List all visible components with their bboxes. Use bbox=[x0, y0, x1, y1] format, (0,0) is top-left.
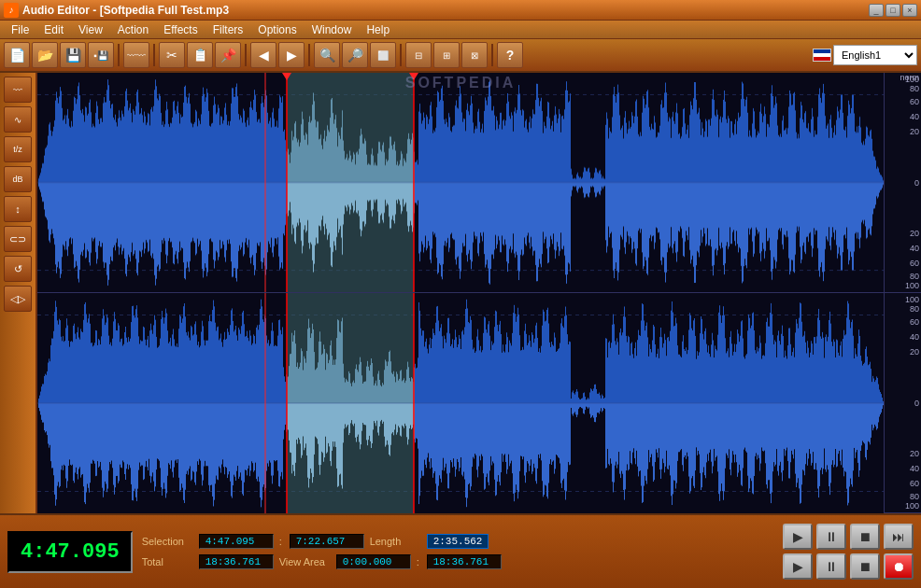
scale-40bb: 40 bbox=[910, 464, 919, 473]
scale-0t: 0 bbox=[914, 178, 919, 188]
toolbar-paste[interactable]: 📌 bbox=[215, 42, 241, 68]
length-label: Length bbox=[370, 536, 421, 547]
scale-60t: 60 bbox=[910, 97, 919, 106]
tool-speaker[interactable]: ◁▷ bbox=[4, 286, 32, 312]
scale-80bb: 80 bbox=[910, 492, 919, 501]
left-toolbar: 〰 ∿ t/z dB ↕ ⊂⊃ ↺ ◁▷ bbox=[0, 73, 37, 513]
tool-waveform-smooth[interactable]: ∿ bbox=[4, 106, 32, 133]
tool-waveform-text[interactable]: t/z bbox=[4, 136, 32, 162]
selection-start: 4:47.095 bbox=[199, 534, 274, 549]
menu-options[interactable]: Options bbox=[250, 21, 304, 38]
tool-arrows[interactable]: ↕ bbox=[4, 196, 32, 222]
waveform-canvas-top[interactable] bbox=[37, 73, 884, 292]
scale-100bb: 100 bbox=[905, 501, 919, 511]
language-select[interactable]: English1 bbox=[833, 45, 917, 65]
scale-20tb: 20 bbox=[910, 229, 919, 238]
record-button[interactable]: ⏺ bbox=[884, 553, 914, 580]
right-scale: norm 100 80 60 40 20 0 20 40 60 80 100 1… bbox=[884, 73, 921, 513]
viewarea-label: View Area bbox=[279, 556, 331, 567]
tool-waveform-normal[interactable]: 〰 bbox=[4, 77, 32, 103]
viewarea-end: 18:36.761 bbox=[427, 554, 502, 569]
pause2-button[interactable]: ⏸ bbox=[816, 553, 846, 580]
scale-60tb: 60 bbox=[910, 259, 919, 268]
minimize-button[interactable]: _ bbox=[869, 4, 884, 17]
scale-0b: 0 bbox=[914, 399, 919, 408]
toolbar-save[interactable]: 💾 bbox=[60, 42, 86, 68]
toolbar-open[interactable]: 📂 bbox=[32, 42, 58, 68]
tool-brackets[interactable]: ⊂⊃ bbox=[4, 226, 32, 252]
menu-file[interactable]: File bbox=[4, 21, 36, 38]
colon1: : bbox=[279, 536, 284, 547]
scale-40b: 40 bbox=[910, 332, 919, 342]
title-text: Audio Editor - [Softpedia Full Test.mp3 bbox=[22, 4, 869, 17]
title-bar: ♪ Audio Editor - [Softpedia Full Test.mp… bbox=[0, 0, 921, 21]
selection-label: Selection bbox=[142, 536, 193, 547]
menu-filters[interactable]: Filters bbox=[205, 21, 251, 38]
sep1 bbox=[118, 44, 120, 66]
toolbar-sync3[interactable]: ⊠ bbox=[461, 42, 488, 68]
waveform-canvas-bottom[interactable] bbox=[37, 293, 884, 513]
transport-row2: ▶ ⏸ ⏹ ⏺ bbox=[783, 553, 914, 580]
scale-top: norm 100 80 60 40 20 0 20 40 60 80 100 bbox=[885, 73, 921, 293]
sep4 bbox=[308, 44, 310, 66]
transport-row1: ▶ ⏸ ⏹ ⏭ bbox=[783, 524, 914, 550]
app-icon: ♪ bbox=[4, 3, 19, 18]
toolbar-zoom-rect[interactable]: ⬜ bbox=[370, 42, 396, 68]
language-wrapper: English1 bbox=[813, 45, 917, 65]
end-button[interactable]: ⏭ bbox=[884, 524, 914, 550]
scale-80t: 80 bbox=[910, 84, 919, 93]
scale-80b: 80 bbox=[910, 304, 919, 314]
viewarea-start: 0:00.000 bbox=[336, 554, 411, 569]
maximize-button[interactable]: □ bbox=[886, 4, 900, 17]
scale-20t: 20 bbox=[910, 127, 919, 136]
toolbar-help[interactable]: ? bbox=[497, 42, 523, 68]
scale-40tb: 40 bbox=[910, 244, 919, 253]
scale-100tb: 100 bbox=[905, 281, 919, 290]
toolbar-zoom-out[interactable]: 🔎 bbox=[342, 42, 368, 68]
waveform-area: SOFTPEDIA bbox=[37, 73, 884, 513]
menu-help[interactable]: Help bbox=[359, 21, 397, 38]
play-button[interactable]: ▶ bbox=[783, 524, 813, 550]
play2-button[interactable]: ▶ bbox=[783, 553, 813, 580]
tool-waveform-db[interactable]: dB bbox=[4, 166, 32, 192]
sep2 bbox=[153, 44, 155, 66]
stop-button[interactable]: ⏹ bbox=[850, 524, 880, 550]
tool-rotate[interactable]: ↺ bbox=[4, 256, 32, 282]
colon2: : bbox=[417, 556, 421, 567]
scale-40t: 40 bbox=[910, 112, 919, 121]
sep3 bbox=[245, 44, 247, 66]
menu-edit[interactable]: Edit bbox=[36, 21, 71, 38]
scale-100t: 100 bbox=[905, 75, 919, 84]
close-button[interactable]: × bbox=[902, 4, 917, 17]
scale-100b: 100 bbox=[905, 295, 919, 304]
length-value: 2:35.562 bbox=[427, 534, 489, 549]
scale-60b: 60 bbox=[910, 317, 919, 327]
flag-icon bbox=[813, 49, 831, 62]
toolbar-forward[interactable]: ▶ bbox=[278, 42, 305, 68]
menu-view[interactable]: View bbox=[71, 21, 110, 38]
toolbar-copy[interactable]: 📋 bbox=[187, 42, 213, 68]
toolbar-sync1[interactable]: ⊟ bbox=[405, 42, 432, 68]
main-content: 〰 ∿ t/z dB ↕ ⊂⊃ ↺ ◁▷ SOFTPEDIA norm 100 … bbox=[0, 73, 921, 513]
menu-window[interactable]: Window bbox=[305, 21, 360, 38]
stop2-button[interactable]: ⏹ bbox=[850, 553, 880, 580]
menu-action[interactable]: Action bbox=[110, 21, 156, 38]
transport-controls: ▶ ⏸ ⏹ ⏭ ▶ ⏸ ⏹ ⏺ bbox=[783, 524, 914, 580]
channel-bottom bbox=[37, 293, 884, 513]
toolbar-waveview[interactable]: 〰〰 bbox=[123, 42, 149, 68]
scale-80tb: 80 bbox=[910, 272, 919, 281]
channel-top bbox=[37, 73, 884, 293]
toolbar-back[interactable]: ◀ bbox=[250, 42, 276, 68]
total-value: 18:36.761 bbox=[199, 554, 274, 569]
toolbar-zoom-in[interactable]: 🔍 bbox=[314, 42, 340, 68]
time-display: 4:47.095 bbox=[7, 531, 133, 573]
scale-60bb: 60 bbox=[910, 479, 919, 488]
menu-effects[interactable]: Effects bbox=[156, 21, 205, 38]
pause-button[interactable]: ⏸ bbox=[816, 524, 846, 550]
toolbar-save-as[interactable]: ▪💾 bbox=[88, 42, 114, 68]
toolbar-cut[interactable]: ✂ bbox=[159, 42, 185, 68]
toolbar-new[interactable]: 📄 bbox=[4, 42, 30, 68]
total-row: Total 18:36.761 View Area 0:00.000 : 18:… bbox=[142, 554, 773, 569]
toolbar-sync2[interactable]: ⊞ bbox=[433, 42, 460, 68]
selection-end: 7:22.657 bbox=[290, 534, 364, 549]
